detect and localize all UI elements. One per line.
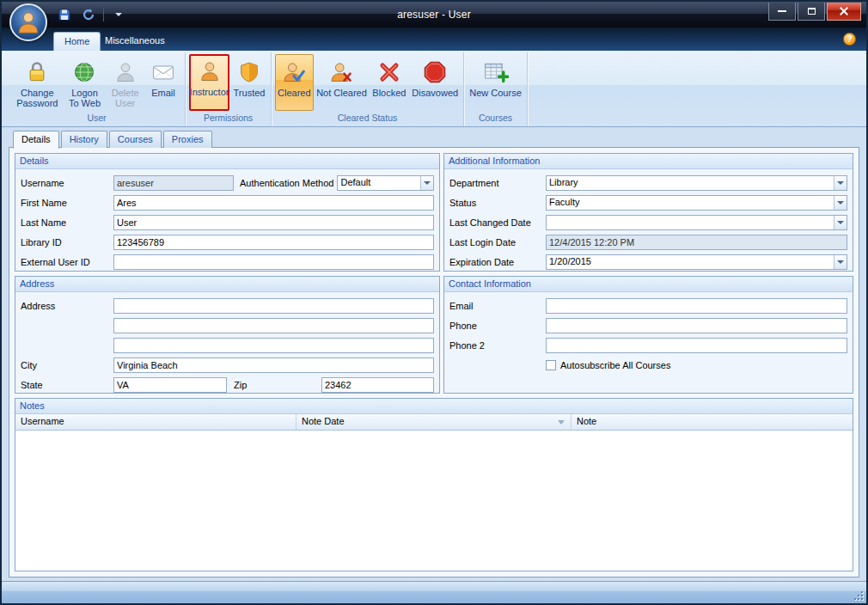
external-user-id-input[interactable]	[113, 254, 434, 270]
additional-info-panel: Additional Information Department Librar…	[443, 153, 853, 272]
button-label: Email	[151, 88, 175, 98]
last-name-input[interactable]	[113, 215, 434, 230]
library-id-input[interactable]	[113, 235, 434, 250]
notes-column-note-date[interactable]: Note Date	[296, 414, 572, 430]
disavowed-button[interactable]: Disavowed	[410, 54, 460, 111]
blocked-button[interactable]: Blocked	[370, 54, 408, 111]
details-page: Details Username Authentication Method D…	[9, 147, 859, 578]
delete-user-button[interactable]: Delete User	[107, 54, 144, 111]
email-label: Email	[449, 301, 546, 311]
trusted-button[interactable]: Trusted	[231, 54, 267, 111]
chevron-down-icon	[837, 260, 844, 264]
last-changed-date-label: Last Changed Date	[449, 217, 546, 228]
chevron-down-icon	[837, 181, 844, 185]
address-panel: Address Address City	[15, 276, 440, 394]
city-input[interactable]	[113, 358, 434, 373]
button-label: New Course	[469, 88, 522, 98]
notes-column-username[interactable]: Username	[15, 414, 296, 430]
refresh-button[interactable]	[79, 5, 98, 24]
button-label: Not Cleared	[316, 88, 367, 98]
change-password-button[interactable]: Change Password	[12, 54, 63, 111]
tab-history[interactable]: History	[61, 131, 107, 148]
dropdown-button[interactable]	[420, 176, 433, 190]
button-label: Logon	[71, 88, 98, 98]
expiration-date-value: 1/20/2015	[547, 255, 834, 269]
button-label: Blocked	[372, 88, 406, 98]
dropdown-button[interactable]	[834, 255, 847, 269]
logon-to-web-button[interactable]: Logon To Web	[64, 54, 106, 111]
instructor-icon	[198, 58, 222, 85]
auth-method-select[interactable]: Default	[337, 175, 434, 191]
ribbon: Change Password Logon To Web Delete User	[2, 51, 866, 127]
notes-grid-header: Username Note Date Note	[15, 414, 853, 431]
zip-input[interactable]	[321, 377, 434, 393]
ribbon-tab-miscellaneous[interactable]: Miscellaneous	[95, 32, 175, 51]
library-id-label: Library ID	[21, 237, 113, 248]
not-cleared-button[interactable]: Not Cleared	[315, 54, 369, 111]
save-icon	[58, 8, 71, 21]
address-line3-input[interactable]	[113, 338, 434, 353]
help-icon: ?	[847, 34, 852, 44]
contact-info-panel-header: Contact Information	[444, 277, 853, 292]
button-label: Password	[16, 98, 58, 108]
help-button[interactable]: ?	[843, 33, 856, 46]
qat-separator	[103, 8, 104, 21]
sort-descending-icon	[558, 420, 565, 425]
save-button[interactable]	[55, 5, 74, 24]
address-line1-input[interactable]	[113, 298, 434, 314]
ribbon-group-label-permissions: Permissions	[187, 112, 269, 125]
maximize-button[interactable]	[798, 3, 825, 21]
close-icon	[840, 7, 848, 15]
dropdown-button[interactable]	[834, 176, 847, 190]
close-button[interactable]	[827, 3, 861, 21]
first-name-input[interactable]	[113, 195, 434, 211]
ribbon-tab-row: Home Miscellaneous ?	[2, 28, 866, 51]
phone2-input[interactable]	[546, 338, 847, 353]
application-menu-button[interactable]	[9, 3, 47, 41]
resize-grip[interactable]	[853, 590, 864, 601]
notes-panel: Notes Username Note Date Note	[15, 398, 853, 571]
dropdown-button[interactable]	[834, 216, 847, 229]
instructor-button[interactable]: Instructor	[189, 54, 229, 111]
department-select[interactable]: Library	[546, 175, 847, 191]
email-input[interactable]	[546, 298, 847, 314]
stop-sign-icon	[423, 58, 447, 86]
dropdown-button[interactable]	[834, 196, 847, 210]
phone-input[interactable]	[546, 318, 847, 333]
zip-label: Zip	[227, 380, 321, 390]
notes-column-note[interactable]: Note	[572, 414, 853, 430]
external-user-id-label: External User ID	[21, 257, 113, 267]
username-input[interactable]	[113, 175, 234, 191]
last-login-date-input[interactable]	[546, 235, 847, 250]
last-changed-date-select[interactable]	[546, 215, 847, 230]
email-button[interactable]: Email	[145, 54, 181, 111]
expiration-date-select[interactable]: 1/20/2015	[546, 254, 847, 270]
minimize-icon	[778, 10, 786, 12]
details-panel: Details Username Authentication Method D…	[15, 153, 440, 272]
cleared-button[interactable]: Cleared	[275, 54, 314, 111]
table-add-icon	[483, 58, 509, 86]
state-label: State	[21, 380, 113, 390]
additional-info-panel-header: Additional Information	[444, 154, 853, 169]
autosubscribe-checkbox[interactable]	[546, 360, 556, 370]
address-line2-input[interactable]	[113, 318, 434, 333]
tab-details[interactable]: Details	[13, 131, 59, 149]
username-label: Username	[21, 178, 113, 188]
city-label: City	[21, 360, 113, 370]
ribbon-group-courses: New Course Courses	[464, 52, 528, 126]
button-label: Cleared	[278, 88, 311, 98]
chevron-down-icon	[837, 201, 844, 205]
status-label: Status	[449, 198, 546, 208]
qat-customize-button[interactable]	[109, 5, 128, 24]
tab-proxies[interactable]: Proxies	[163, 131, 212, 148]
user-check-icon	[282, 58, 306, 86]
minimize-button[interactable]	[768, 3, 796, 21]
status-select[interactable]: Faculty	[546, 195, 847, 211]
state-input[interactable]	[113, 377, 227, 393]
ribbon-group-cleared-status: Cleared Not Cleared Blocked	[272, 52, 464, 126]
new-course-button[interactable]: New Course	[468, 54, 523, 111]
address-label: Address	[21, 301, 113, 311]
last-changed-date-value	[547, 216, 834, 229]
tab-courses[interactable]: Courses	[109, 131, 162, 148]
status-bar	[2, 581, 866, 603]
